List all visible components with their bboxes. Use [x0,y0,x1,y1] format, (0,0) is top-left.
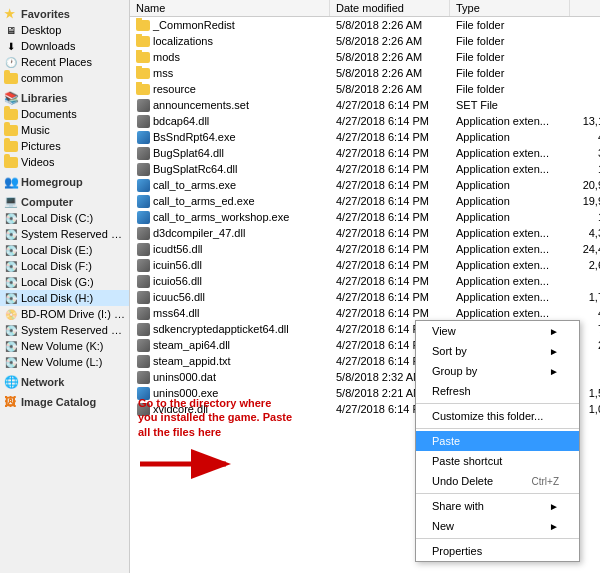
drive-e-label: Local Disk (E:) [21,244,93,256]
file-icon [136,146,150,160]
file-icon [136,306,150,320]
file-date: 5/8/2018 2:26 AM [330,67,450,79]
file-name: steam_appid.txt [130,354,330,368]
context-menu-item-view[interactable]: View► [416,321,579,341]
file-name: icuin56.dll [130,258,330,272]
file-icon [136,290,150,304]
network-header[interactable]: 🌐 Network [0,372,129,390]
file-icon [136,338,150,352]
ctx-item-label: Properties [432,545,482,557]
file-name-text: mods [153,51,180,63]
table-row[interactable]: mss 5/8/2018 2:26 AM File folder [130,65,600,81]
col-header-size[interactable]: Size [570,0,600,16]
annotation-text: Go to the directory where you installed … [138,396,293,439]
ctx-item-label: Group by [432,365,477,377]
table-row[interactable]: BugSplatRc64.dll 4/27/2018 6:14 PM Appli… [130,161,600,177]
table-row[interactable]: announcements.set 4/27/2018 6:14 PM SET … [130,97,600,113]
file-name-text: resource [153,83,196,95]
context-menu-item-customize-this-folder...[interactable]: Customize this folder... [416,406,579,426]
context-menu-item-share-with[interactable]: Share with► [416,496,579,516]
sidebar-item-drive-l[interactable]: 💽 New Volume (L:) [0,354,129,370]
file-name-text: BsSndRpt64.exe [153,131,236,143]
sidebar-item-drive-f[interactable]: 💽 Local Disk (F:) [0,258,129,274]
context-menu-item-paste-shortcut[interactable]: Paste shortcut [416,451,579,471]
table-row[interactable]: call_to_arms_workshop.exe 4/27/2018 6:14… [130,209,600,225]
sidebar-item-drive-d[interactable]: 💽 System Reserved (D:) [0,226,129,242]
favorites-header[interactable]: ★ Favorites [0,4,129,22]
table-row[interactable]: call_to_arms_ed.exe 4/27/2018 6:14 PM Ap… [130,193,600,209]
sidebar-item-pictures[interactable]: Pictures [0,138,129,154]
ctx-item-label: Paste shortcut [432,455,502,467]
file-name: bdcap64.dll [130,114,330,128]
context-menu-item-sort-by[interactable]: Sort by► [416,341,579,361]
file-date: 4/27/2018 6:14 PM [330,227,450,239]
libraries-header[interactable]: 📚 Libraries [0,88,129,106]
computer-header[interactable]: 💻 Computer [0,192,129,210]
sidebar-item-music[interactable]: Music [0,122,129,138]
file-size: 472 KB [570,307,600,319]
downloads-icon: ⬇ [4,39,18,53]
context-menu-item-new[interactable]: New► [416,516,579,536]
table-row[interactable]: d3dcompiler_47.dll 4/27/2018 6:14 PM App… [130,225,600,241]
table-row[interactable]: mods 5/8/2018 2:26 AM File folder [130,49,600,65]
context-menu-item-undo-delete[interactable]: Undo DeleteCtrl+Z [416,471,579,491]
sidebar-item-drive-c[interactable]: 💽 Local Disk (C:) [0,210,129,226]
file-name: mss64.dll [130,306,330,320]
drive-d-icon: 💽 [4,227,18,241]
file-icon [136,274,150,288]
file-name: call_to_arms.exe [130,178,330,192]
drive-g-icon: 💽 [4,275,18,289]
image-catalog-label: Image Catalog [21,396,96,408]
sidebar-item-drive-j[interactable]: 💽 System Reserved (J:) [0,322,129,338]
table-row[interactable]: localizations 5/8/2018 2:26 AM File fold… [130,33,600,49]
file-date: 4/27/2018 6:14 PM [330,291,450,303]
file-date: 4/27/2018 6:14 PM [330,163,450,175]
table-row[interactable]: icuio56.dll 4/27/2018 6:14 PM Applicatio… [130,273,600,289]
file-name: _CommonRedist [130,18,330,32]
context-menu-item-properties[interactable]: Properties [416,541,579,561]
table-row[interactable]: _CommonRedist 5/8/2018 2:26 AM File fold… [130,17,600,33]
file-date: 4/27/2018 6:14 PM [330,243,450,255]
sidebar-item-drive-e[interactable]: 💽 Local Disk (E:) [0,242,129,258]
context-menu-item-refresh[interactable]: Refresh [416,381,579,401]
file-name: unins000.dat [130,370,330,384]
sidebar-item-drive-g[interactable]: 💽 Local Disk (G:) [0,274,129,290]
image-catalog-header[interactable]: 🖼 Image Catalog [0,392,129,410]
common-label: common [21,72,63,84]
table-row[interactable]: resource 5/8/2018 2:26 AM File folder [130,81,600,97]
sidebar-item-drive-i[interactable]: 📀 BD-ROM Drive (I:) Call to Arms [0,306,129,322]
file-name-text: icuuc56.dll [153,291,205,303]
homegroup-header[interactable]: 👥 Homegroup [0,172,129,190]
table-row[interactable]: icuin56.dll 4/27/2018 6:14 PM Applicatio… [130,257,600,273]
context-menu-item-group-by[interactable]: Group by► [416,361,579,381]
file-name-text: mss [153,67,173,79]
table-row[interactable]: bdcap64.dll 4/27/2018 6:14 PM Applicatio… [130,113,600,129]
sidebar-item-drive-h[interactable]: 💽 Local Disk (H:) [0,290,129,306]
sidebar-item-common[interactable]: common [0,70,129,86]
table-row[interactable]: icudt56.dll 4/27/2018 6:14 PM Applicatio… [130,241,600,257]
file-date: 4/27/2018 6:14 PM [330,147,450,159]
col-header-date[interactable]: Date modified [330,0,450,16]
col-header-name[interactable]: Name [130,0,330,16]
sidebar-item-drive-k[interactable]: 💽 New Volume (K:) [0,338,129,354]
context-menu-separator [416,538,579,539]
table-row[interactable]: mss64.dll 4/27/2018 6:14 PM Application … [130,305,600,321]
file-date: 4/27/2018 6:14 PM [330,131,450,143]
file-icon [136,322,150,336]
sidebar-item-videos[interactable]: Videos [0,154,129,170]
table-row[interactable]: call_to_arms.exe 4/27/2018 6:14 PM Appli… [130,177,600,193]
file-icon [136,50,150,64]
sidebar-item-downloads[interactable]: ⬇ Downloads [0,38,129,54]
context-menu: View►Sort by►Group by►RefreshCustomize t… [415,320,580,562]
sidebar-item-documents[interactable]: Documents [0,106,129,122]
sidebar-item-desktop[interactable]: 🖥 Desktop [0,22,129,38]
table-row[interactable]: BugSplat64.dll 4/27/2018 6:14 PM Applica… [130,145,600,161]
sidebar-item-recent-places[interactable]: 🕐 Recent Places [0,54,129,70]
col-header-type[interactable]: Type [450,0,570,16]
table-row[interactable]: BsSndRpt64.exe 4/27/2018 6:14 PM Applica… [130,129,600,145]
drive-k-label: New Volume (K:) [21,340,104,352]
file-type: Application exten... [450,259,570,271]
file-icon [136,210,150,224]
table-row[interactable]: icuuc56.dll 4/27/2018 6:14 PM Applicatio… [130,289,600,305]
context-menu-item-paste[interactable]: Paste [416,431,579,451]
